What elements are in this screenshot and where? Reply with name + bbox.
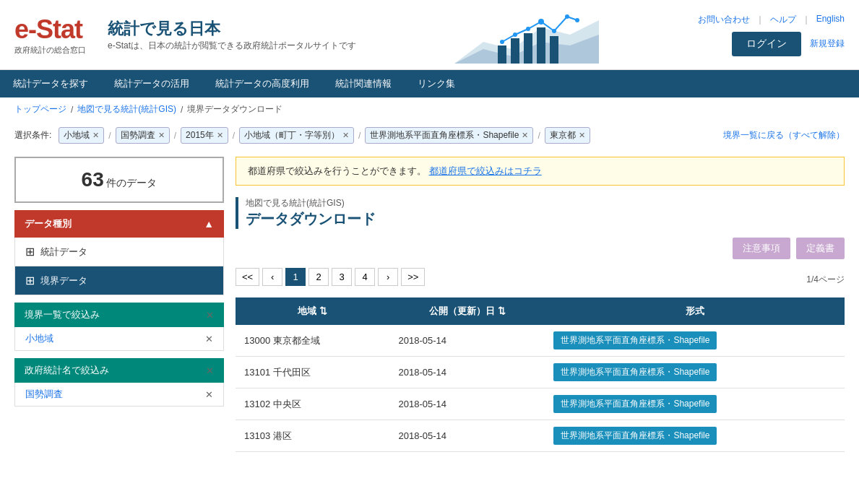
page-next-button[interactable]: › [378, 268, 398, 286]
filter2-header[interactable]: 政府統計名で絞込み ✕ [14, 358, 224, 383]
svg-rect-6 [550, 36, 558, 64]
grid-icon-stats: ⊞ [25, 245, 35, 258]
cell-region-0: 13000 東京都全域 [236, 325, 389, 357]
header-tagline: 統計で見る日本 e-Statは、日本の統計が閲覧できる政府統計ポータルサイトです [108, 18, 356, 52]
breadcrumb-top[interactable]: トップページ [14, 103, 66, 116]
svg-point-13 [575, 18, 579, 22]
register-link[interactable]: 新規登録 [810, 38, 845, 50]
page-last-button[interactable]: >> [401, 268, 425, 286]
nav-item-advanced[interactable]: 統計データの高度利用 [202, 70, 322, 97]
svg-point-7 [500, 40, 504, 44]
filter-remove-5[interactable]: ✕ [579, 131, 585, 140]
sidebar-item-boundary-label: 境界データ [40, 274, 87, 287]
filter-section-2: 政府統計名で絞込み ✕ 国勢調査 ✕ [14, 358, 224, 407]
table-row: 13103 港区 2018-05-14 世界測地系平面直角座標系・Shapefi… [236, 420, 845, 452]
table-row: 13000 東京都全域 2018-05-14 世界測地系平面直角座標系・Shap… [236, 325, 845, 357]
action-buttons: 注意事項 定義書 [236, 238, 845, 259]
help-link[interactable]: ヘルプ [770, 14, 796, 26]
nav-item-use[interactable]: 統計データの活用 [101, 70, 202, 97]
english-link[interactable]: English [816, 14, 845, 26]
filter1-item-label: 小地域 [25, 332, 53, 345]
section-subtitle: 地図で見る統計(統計GIS) [246, 197, 845, 209]
page-first-button[interactable]: << [236, 268, 259, 286]
main-nav: 統計データを探す 統計データの活用 統計データの高度利用 統計関連情報 リンク集 [0, 70, 859, 97]
contact-link[interactable]: お問い合わせ [698, 14, 750, 26]
filter-area: 選択条件: 小地域 ✕ / 国勢調査 ✕ / 2015年 ✕ / 小地域（町丁・… [0, 121, 859, 149]
format-badge-0[interactable]: 世界測地系平面直角座標系・Shapefile [553, 331, 717, 349]
breadcrumb-current: 境界データダウンロード [187, 103, 282, 116]
section-title: データダウンロード [246, 209, 845, 229]
filter1-close-icon[interactable]: ✕ [206, 310, 214, 321]
svg-point-10 [538, 19, 544, 25]
svg-point-9 [526, 27, 530, 31]
grid-icon-boundary: ⊞ [25, 274, 35, 287]
notes-button[interactable]: 注意事項 [733, 238, 790, 259]
svg-rect-2 [498, 45, 506, 64]
notice-box: 都道府県で絞込みを行うことができます。 都道府県で絞込みはコチラ [236, 157, 845, 186]
filter2-close-icon[interactable]: ✕ [206, 365, 214, 376]
notice-text: 都道府県で絞込みを行うことができます。 [248, 165, 426, 176]
filter-tag-5: 東京都 ✕ [545, 127, 590, 144]
header-right: お問い合わせ ｜ ヘルプ ｜ English ログイン 新規登録 [698, 14, 845, 56]
sidebar-item-stats-label: 統計データ [40, 246, 87, 258]
filter-remove-3[interactable]: ✕ [342, 131, 349, 140]
filter1-header[interactable]: 境界一覧で絞込み ✕ [14, 303, 224, 327]
nav-item-links[interactable]: リンク集 [405, 70, 468, 97]
page-4-button[interactable]: 4 [355, 268, 375, 286]
filter-reset-link[interactable]: 境界一覧に戻る（すべて解除） [723, 129, 845, 142]
filter-label: 選択条件: [14, 129, 51, 142]
content-area: 都道府県で絞込みを行うことができます。 都道府県で絞込みはコチラ 地図で見る統計… [236, 157, 845, 452]
page-1-button[interactable]: 1 [285, 268, 306, 286]
format-badge-3[interactable]: 世界測地系平面直角座標系・Shapefile [553, 427, 717, 445]
filter-tag-1: 国勢調査 ✕ [116, 127, 170, 144]
filter-section-1: 境界一覧で絞込み ✕ 小地域 ✕ [14, 303, 224, 351]
filter-remove-0[interactable]: ✕ [92, 131, 99, 140]
page-3-button[interactable]: 3 [332, 268, 352, 286]
header: e-Stat 政府統計の総合窓口 統計で見る日本 e-Statは、日本の統計が閲… [0, 0, 859, 70]
filter-remove-2[interactable]: ✕ [217, 131, 223, 140]
filter-tag-2: 2015年 ✕ [181, 127, 228, 144]
nav-item-info[interactable]: 統計関連情報 [322, 70, 405, 97]
pagination: << ‹ 1 2 3 4 › >> [236, 268, 425, 286]
cell-format-2[interactable]: 世界測地系平面直角座標系・Shapefile [545, 388, 845, 420]
cell-format-1[interactable]: 世界測地系平面直角座標系・Shapefile [545, 357, 845, 388]
filter-remove-1[interactable]: ✕ [158, 131, 165, 140]
table-row: 13101 千代田区 2018-05-14 世界測地系平面直角座標系・Shape… [236, 357, 845, 388]
filter-remove-4[interactable]: ✕ [522, 131, 528, 140]
col-format: 形式 [545, 297, 845, 325]
data-count: 63 [82, 168, 104, 191]
breadcrumb-gis[interactable]: 地図で見る統計(統計GIS) [77, 103, 176, 116]
definition-button[interactable]: 定義書 [796, 238, 845, 259]
page-2-button[interactable]: 2 [308, 268, 329, 286]
notice-link[interactable]: 都道府県で絞込みはコチラ [429, 165, 542, 176]
format-badge-2[interactable]: 世界測地系平面直角座標系・Shapefile [553, 395, 717, 413]
format-badge-1[interactable]: 世界測地系平面直角座標系・Shapefile [553, 363, 717, 381]
data-type-label: データ種別 [25, 217, 72, 230]
filter2-item-0[interactable]: 国勢調査 ✕ [14, 383, 224, 407]
filter1-item-remove-icon[interactable]: ✕ [205, 334, 213, 344]
svg-rect-4 [524, 33, 532, 64]
table-row: 13102 中央区 2018-05-14 世界測地系平面直角座標系・Shapef… [236, 388, 845, 420]
logo-sub: 政府統計の総合窓口 [14, 45, 86, 56]
page-prev-button[interactable]: ‹ [262, 268, 282, 286]
cell-format-0[interactable]: 世界測地系平面直角座標系・Shapefile [545, 325, 845, 357]
header-chart [356, 6, 698, 64]
svg-rect-3 [511, 38, 519, 64]
col-region: 地域 ⇅ [236, 297, 389, 325]
svg-point-11 [552, 29, 556, 33]
main-layout: 63 件のデータ データ種別 ▲ ⊞ 統計データ ⊞ 境界データ 境界一覧で絞込… [0, 149, 859, 459]
cell-region-1: 13101 千代田区 [236, 357, 389, 388]
filter1-item-0[interactable]: 小地域 ✕ [14, 327, 224, 351]
filter2-item-remove-icon[interactable]: ✕ [205, 389, 213, 400]
filter-tag-3: 小地域（町丁・字等別） ✕ [239, 127, 354, 144]
cell-format-3[interactable]: 世界測地系平面直角座標系・Shapefile [545, 420, 845, 452]
sidebar-item-boundary[interactable]: ⊞ 境界データ [14, 266, 224, 295]
login-button[interactable]: ログイン [732, 32, 801, 56]
filter2-item-label: 国勢調査 [25, 388, 63, 401]
svg-point-12 [565, 14, 569, 19]
sidebar-item-stats[interactable]: ⊞ 統計データ [14, 238, 224, 266]
nav-item-search[interactable]: 統計データを探す [0, 70, 101, 97]
cell-region-2: 13102 中央区 [236, 388, 389, 420]
page-info: 1/4ページ [806, 274, 845, 286]
sidebar: 63 件のデータ データ種別 ▲ ⊞ 統計データ ⊞ 境界データ 境界一覧で絞込… [14, 157, 224, 452]
